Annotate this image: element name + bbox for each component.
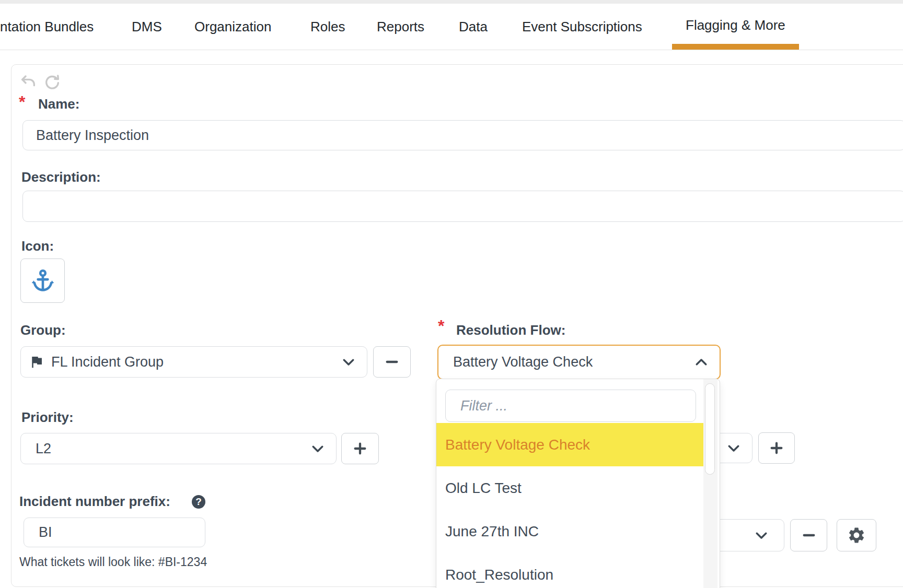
tab-flagging-and-more[interactable]: Flagging & More <box>672 4 799 50</box>
name-input[interactable] <box>22 120 903 150</box>
dropdown-option-old-lc-test[interactable]: Old LC Test <box>436 466 703 510</box>
flag-icon <box>29 354 44 370</box>
description-label: Description: <box>21 169 101 185</box>
minus-icon <box>384 354 400 370</box>
name-required-asterisk: * <box>19 93 25 110</box>
priority-label: Priority: <box>21 409 74 426</box>
top-chrome-strip <box>0 0 903 4</box>
undo-button[interactable] <box>19 74 37 91</box>
chevron-down-icon <box>754 527 769 543</box>
gear-icon <box>847 526 866 545</box>
tab-organization[interactable]: Organization <box>181 4 285 50</box>
app-window: ntation Bundles DMS Organization Roles R… <box>0 0 903 588</box>
resolution-flow-required-asterisk: * <box>438 317 444 334</box>
chevron-up-icon <box>693 355 709 370</box>
tab-data[interactable]: Data <box>445 4 501 50</box>
settings-gear-button[interactable] <box>837 519 876 551</box>
icon-picker-button[interactable] <box>20 258 65 303</box>
dropdown-option-june-27th-inc[interactable]: June 27th INC <box>436 510 703 553</box>
group-select[interactable]: FL Incident Group <box>20 346 367 378</box>
resolution-flow-dropdown-panel: Battery Voltage Check Old LC Test June 2… <box>436 379 720 588</box>
plus-icon <box>768 440 785 456</box>
ticket-preview-helper-text: What tickets will look like: #BI-1234 <box>19 555 207 569</box>
settings-tab-bar: ntation Bundles DMS Organization Roles R… <box>0 4 903 50</box>
description-input[interactable] <box>22 191 903 222</box>
chevron-down-icon <box>726 440 742 456</box>
incident-prefix-input[interactable] <box>24 518 205 547</box>
resolution-flow-label: Resolution Flow: <box>456 322 565 338</box>
icon-label: Icon: <box>21 238 54 254</box>
name-label: Name: <box>38 96 79 112</box>
right-column-remove-button[interactable] <box>790 519 827 551</box>
tab-roles[interactable]: Roles <box>297 4 358 50</box>
redo-icon <box>43 74 61 91</box>
plus-icon <box>352 440 368 457</box>
dropdown-scrollbar-track[interactable] <box>703 379 717 588</box>
anchor-icon <box>30 268 56 294</box>
chevron-down-icon <box>310 441 326 456</box>
tab-event-subscriptions[interactable]: Event Subscriptions <box>508 4 656 50</box>
right-column-add-button[interactable] <box>758 432 795 464</box>
tab-reports[interactable]: Reports <box>363 4 438 50</box>
dropdown-filter-input[interactable] <box>445 390 696 422</box>
undo-icon <box>19 74 37 91</box>
priority-select[interactable]: L2 <box>20 433 337 464</box>
question-icon[interactable]: ? <box>192 495 205 509</box>
resolution-flow-select-value: Battery Voltage Check <box>453 354 593 370</box>
incident-prefix-label: Incident number prefix: <box>19 493 170 510</box>
minus-icon <box>801 527 817 544</box>
dropdown-option-battery-voltage-check[interactable]: Battery Voltage Check <box>436 423 703 466</box>
dropdown-scrollbar-thumb[interactable] <box>705 383 715 475</box>
resolution-flow-select[interactable]: Battery Voltage Check <box>437 345 721 380</box>
dropdown-option-root-resolution[interactable]: Root_Resolution <box>436 553 703 588</box>
group-select-value: FL Incident Group <box>51 354 164 370</box>
priority-select-value: L2 <box>36 441 51 457</box>
chevron-down-icon <box>341 354 356 370</box>
group-label: Group: <box>20 322 66 338</box>
priority-add-button[interactable] <box>341 433 379 464</box>
redo-button[interactable] <box>43 74 61 91</box>
tab-documentation-bundles[interactable]: ntation Bundles <box>0 4 107 50</box>
tab-dms[interactable]: DMS <box>118 4 176 50</box>
group-remove-button[interactable] <box>373 346 411 378</box>
